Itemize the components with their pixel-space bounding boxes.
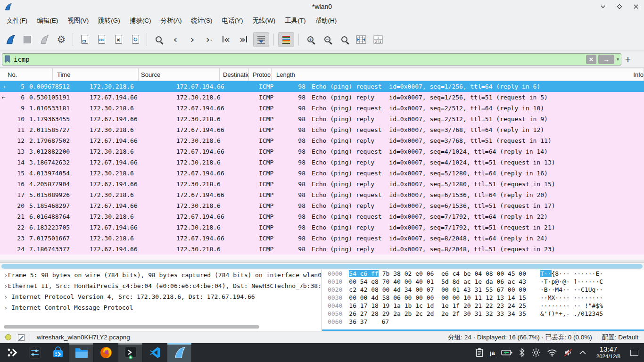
- menu-item[interactable]: 视图(V): [63, 14, 93, 27]
- menu-item[interactable]: 捕获(C): [125, 14, 156, 27]
- taskbar-file-manager[interactable]: [69, 343, 94, 362]
- menu-item[interactable]: 工具(T): [280, 14, 310, 27]
- taskbar-terminal[interactable]: [118, 343, 143, 362]
- menu-item[interactable]: 跳转(G): [93, 14, 125, 27]
- table-row[interactable]: 11 2.011585727 172.30.218.6 172.67.194.6…: [0, 124, 644, 135]
- table-row[interactable]: 24 7.186743377 172.67.194.66 172.30.218.…: [0, 244, 644, 255]
- capture-filename[interactable]: wireshark_wlan0KH7LY2.pcapng: [37, 334, 130, 341]
- bookmark-icon[interactable]: [4, 55, 10, 63]
- go-back-button[interactable]: ‹: [168, 32, 182, 47]
- menu-item[interactable]: 统计(S): [187, 14, 217, 27]
- detail-row[interactable]: ›Ethernet II, Src: HonHaiPrecis_c4:be:04…: [0, 280, 322, 291]
- menu-item[interactable]: 帮助(H): [310, 14, 341, 27]
- hex-row[interactable]: 003000 00 4d 58 06 00 00 00 00 00 10 11 …: [322, 294, 644, 302]
- column-header[interactable]: Length: [272, 68, 633, 81]
- go-first-packet-button[interactable]: «: [219, 32, 233, 47]
- layout-columns-button[interactable]: 123: [371, 32, 385, 47]
- table-row[interactable]: 12 2.179687502 172.67.194.66 172.30.218.…: [0, 135, 644, 146]
- menu-item[interactable]: 分析(A): [156, 14, 187, 27]
- expert-info-dot[interactable]: [5, 334, 11, 340]
- detail-row[interactable]: ›Frame 5: 98 bytes on wire (784 bits), 9…: [0, 270, 322, 280]
- scrollbar-handle[interactable]: [1, 264, 643, 269]
- start-capture-button[interactable]: [3, 32, 17, 47]
- table-row[interactable]: 10 1.179363455 172.67.194.66 172.30.218.…: [0, 114, 644, 124]
- table-row[interactable]: 9 1.010533181 172.30.218.6 172.67.194.66…: [0, 103, 644, 114]
- detail-row[interactable]: ›Internet Protocol Version 4, Src: 172.3…: [0, 291, 322, 302]
- hex-row[interactable]: 000054 c6 ff 7b 38 02 e0 06 e6 c4 be 04 …: [322, 270, 644, 278]
- column-header[interactable]: Protocol: [249, 68, 272, 81]
- profile-selector[interactable]: 配置: Default: [602, 333, 638, 342]
- capture-options-button[interactable]: ⚙: [54, 32, 68, 47]
- expander-icon[interactable]: ›: [4, 282, 8, 290]
- detail-row[interactable]: ›Internet Control Message Protocol: [0, 302, 322, 313]
- filter-clear-button[interactable]: ×: [586, 55, 596, 64]
- taskbar-firefox[interactable]: [94, 343, 118, 362]
- packet-list-hscrollbar[interactable]: [0, 263, 644, 270]
- tray-expander-chevron-icon[interactable]: [579, 350, 586, 355]
- go-last-packet-button[interactable]: »: [236, 32, 250, 47]
- table-row[interactable]: 22 6.183223705 172.67.194.66 172.30.218.…: [0, 222, 644, 233]
- hex-row[interactable]: 0020c2 42 08 00 4d 34 00 07 00 01 43 31 …: [322, 286, 644, 294]
- stop-capture-button[interactable]: [20, 32, 34, 47]
- menu-item[interactable]: 无线(W): [248, 14, 281, 27]
- table-row[interactable]: 20 5.185468297 172.67.194.66 172.30.218.…: [0, 200, 644, 211]
- find-packet-button[interactable]: [151, 32, 165, 47]
- table-row[interactable]: 21 6.016488764 172.30.218.6 172.67.194.6…: [0, 211, 644, 222]
- table-row[interactable]: 23 7.017501667 172.30.218.6 172.67.194.6…: [0, 233, 644, 244]
- auto-scroll-toggle[interactable]: [253, 32, 269, 47]
- zoom-reset-button[interactable]: [337, 32, 351, 47]
- column-header[interactable]: Time: [53, 68, 139, 81]
- brightness-icon[interactable]: [531, 348, 541, 357]
- close-button[interactable]: [631, 1, 641, 12]
- resize-columns-button[interactable]: [354, 32, 368, 47]
- taskbar-wireshark[interactable]: [167, 343, 192, 362]
- zoom-out-button[interactable]: −: [320, 32, 334, 47]
- pane-splitter[interactable]: [0, 260, 644, 263]
- app-launcher-button[interactable]: [0, 343, 23, 362]
- filter-add-button[interactable]: +: [621, 54, 635, 65]
- table-row[interactable]: ← 6 0.530105191 172.67.194.66 172.30.218…: [0, 92, 644, 103]
- titlebar[interactable]: *wlan0: [0, 0, 644, 13]
- bluetooth-icon[interactable]: [519, 348, 525, 357]
- filter-dropdown-caret[interactable]: ▾: [617, 57, 619, 62]
- open-file-button[interactable]: [77, 32, 91, 47]
- column-header[interactable]: Info: [633, 68, 644, 81]
- volume-muted-icon[interactable]: [563, 348, 573, 357]
- hex-row[interactable]: 005026 27 28 29 2a 2b 2c 2d 2e 2f 30 31 …: [322, 310, 644, 318]
- expander-icon[interactable]: ›: [4, 304, 11, 312]
- restart-capture-button[interactable]: [37, 32, 51, 47]
- show-desktop-button[interactable]: [630, 350, 638, 356]
- zoom-in-button[interactable]: +: [303, 32, 317, 47]
- column-header[interactable]: No.: [0, 68, 53, 81]
- table-row[interactable]: 15 4.013974054 172.30.218.6 172.67.194.6…: [0, 168, 644, 179]
- menu-item[interactable]: 编辑(E): [32, 14, 63, 27]
- colorize-toggle[interactable]: [278, 32, 294, 47]
- save-file-button[interactable]: 010: [94, 32, 108, 47]
- expander-icon[interactable]: ›: [4, 272, 8, 279]
- menu-item[interactable]: 文件(F): [2, 14, 32, 27]
- wifi-icon[interactable]: [547, 348, 557, 357]
- table-row[interactable]: 16 4.205877904 172.67.194.66 172.30.218.…: [0, 179, 644, 189]
- column-header[interactable]: Destination: [220, 68, 249, 81]
- table-row[interactable]: 14 3.186742632 172.67.194.66 172.30.218.…: [0, 157, 644, 168]
- input-method-indicator[interactable]: ja: [490, 349, 495, 356]
- go-to-packet-button[interactable]: ›·: [202, 32, 216, 47]
- close-file-button[interactable]: ×: [111, 32, 125, 47]
- maximize-button[interactable]: [614, 1, 625, 12]
- expander-icon[interactable]: ›: [4, 293, 11, 301]
- display-filter-input[interactable]: icmp × → ▾: [2, 53, 621, 66]
- capture-comment-icon[interactable]: [17, 334, 25, 341]
- battery-icon[interactable]: [501, 349, 512, 356]
- go-forward-button[interactable]: ›: [185, 32, 199, 47]
- details-hscrollbar[interactable]: [4, 325, 259, 329]
- taskbar-vscode[interactable]: [143, 343, 167, 362]
- discover-store-button[interactable]: [46, 343, 69, 362]
- table-row[interactable]: 17 5.015089926 172.30.218.6 172.67.194.6…: [0, 189, 644, 200]
- clock[interactable]: 13:47 2024/12/8: [596, 346, 620, 359]
- column-header[interactable]: Source: [139, 68, 220, 81]
- hex-row[interactable]: 004016 17 18 19 1a 1b 1c 1d 1e 1f 20 21 …: [322, 302, 644, 310]
- reload-file-button[interactable]: ↻: [128, 32, 142, 47]
- filter-apply-button[interactable]: →: [598, 55, 614, 64]
- clipboard-icon[interactable]: [475, 348, 484, 357]
- system-settings-button[interactable]: [23, 343, 46, 362]
